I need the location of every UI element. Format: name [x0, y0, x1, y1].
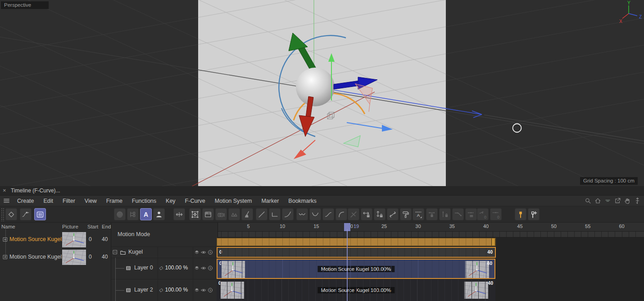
- hand-icon[interactable]: [624, 197, 631, 205]
- summary-end-marker[interactable]: [491, 238, 495, 246]
- playhead-line[interactable]: [347, 229, 348, 301]
- lock-tangent-length-button[interactable]: [374, 208, 385, 220]
- menu-f-curve[interactable]: F-Curve: [185, 198, 205, 204]
- frame-line: [458, 279, 458, 301]
- source-start: 0: [89, 236, 92, 242]
- link-selection-button[interactable]: [153, 208, 165, 220]
- layer-row-2[interactable]: Layer 2 ◇100.00 % S: [111, 279, 218, 301]
- show-hierarchy-button[interactable]: [127, 208, 139, 220]
- frame-line: [288, 279, 289, 301]
- frame-line: [350, 248, 351, 257]
- add-marker-button[interactable]: [515, 208, 526, 220]
- group-name[interactable]: Kugel: [128, 249, 143, 255]
- group-row-kugel[interactable]: Kugel S: [111, 247, 218, 258]
- filter-icon[interactable]: [604, 197, 612, 205]
- fcurve-mode-button[interactable]: [20, 208, 32, 220]
- menu-marker[interactable]: Marker: [261, 198, 279, 204]
- key-mode-button[interactable]: [5, 208, 17, 220]
- popout-icon[interactable]: [614, 197, 621, 205]
- layer-strength[interactable]: ◇100.00 %: [159, 287, 188, 293]
- group-track-bar[interactable]: 0 40: [217, 247, 496, 258]
- mute-keys-button[interactable]: [452, 208, 464, 220]
- solo-icon[interactable]: S: [207, 265, 213, 271]
- close-icon[interactable]: ×: [3, 187, 6, 194]
- layer-name[interactable]: Layer 2: [134, 287, 153, 293]
- frame-tick-row[interactable]: [218, 231, 644, 237]
- lock-tangent-angle-button[interactable]: [361, 208, 372, 220]
- interpolation-step-button[interactable]: [269, 208, 281, 220]
- interpolation-linear-button[interactable]: [256, 208, 268, 220]
- view-label[interactable]: Perspective: [1, 1, 49, 9]
- automatic-mode-button[interactable]: A: [140, 208, 152, 220]
- soft-interpolation-button[interactable]: [336, 208, 347, 220]
- ease-ease-button[interactable]: [296, 208, 308, 220]
- snapshot-button[interactable]: [215, 208, 227, 220]
- add-marker-plus-button[interactable]: [528, 208, 540, 220]
- source-row-2[interactable]: Motion Source Kugel 0 40: [0, 249, 111, 266]
- collapse-icon[interactable]: [113, 250, 118, 255]
- motion-clip-layer0[interactable]: 0 40 Motion Source Kugel 100.00%: [217, 259, 495, 279]
- source-name[interactable]: Motion Source Kugel: [9, 254, 62, 260]
- eye-icon[interactable]: [200, 265, 207, 271]
- eye-icon[interactable]: [200, 249, 207, 255]
- ease-in-button[interactable]: [309, 208, 321, 220]
- menu-view[interactable]: View: [85, 198, 97, 204]
- layers-icon[interactable]: [194, 249, 200, 255]
- layer-strength[interactable]: ◇100.00 %: [159, 265, 188, 271]
- viewport-3d[interactable]: Y X Z Perspective Grid Spacing : 100 cm: [0, 0, 644, 186]
- solo-icon[interactable]: S: [207, 287, 213, 293]
- frame-line: [472, 248, 473, 257]
- layer-name[interactable]: Layer 0: [134, 265, 153, 271]
- auto-tangents-button[interactable]: [387, 208, 399, 220]
- fit-height-icon[interactable]: [634, 197, 641, 205]
- menu-frame[interactable]: Frame: [106, 198, 122, 204]
- auto-snap-button[interactable]: A: [413, 208, 424, 220]
- layers-icon[interactable]: [194, 287, 200, 293]
- source-name[interactable]: Motion Source Kugel: [9, 236, 62, 242]
- motion-mode-button[interactable]: [34, 208, 46, 220]
- lock-key-time-button[interactable]: [426, 208, 438, 220]
- search-icon[interactable]: [584, 197, 592, 205]
- equalize-keys-button[interactable]: [465, 208, 477, 220]
- source-row-1[interactable]: Motion Source Kugel 0 40: [0, 231, 111, 248]
- motion-clip-layer2[interactable]: 0 40 Motion Source Kugel 100.00%: [217, 279, 495, 301]
- frame-line: [323, 248, 323, 257]
- solo-icon[interactable]: S: [207, 249, 213, 255]
- viewport-canvas[interactable]: Y X Z: [0, 0, 644, 186]
- frame-line: [452, 232, 453, 237]
- sphere-object[interactable]: [296, 68, 335, 106]
- frame-line: [309, 238, 310, 246]
- ripple-edit-button[interactable]: [241, 208, 253, 220]
- zero-length-button[interactable]: 0: [490, 208, 502, 220]
- layer-row-0[interactable]: Layer 0 ◇100.00 % S: [111, 258, 218, 279]
- hamburger-icon[interactable]: [3, 197, 10, 205]
- frame-selection-button[interactable]: [202, 208, 214, 220]
- expand-icon[interactable]: [3, 237, 8, 242]
- ease-out-button[interactable]: [322, 208, 334, 220]
- interpolation-spline-button[interactable]: [282, 208, 294, 220]
- menu-edit[interactable]: Edit: [44, 198, 54, 204]
- menu-bookmarks[interactable]: Bookmarks: [288, 198, 317, 204]
- zero-angle-button[interactable]: 0: [477, 208, 489, 220]
- show-spheres-button[interactable]: [114, 208, 126, 220]
- timeline-ruler[interactable]: 5101520253035404550556019: [218, 223, 644, 231]
- layers-icon[interactable]: [194, 265, 200, 271]
- eye-icon[interactable]: [200, 287, 207, 293]
- menu-create[interactable]: Create: [17, 198, 34, 204]
- menu-functions[interactable]: Functions: [132, 198, 156, 204]
- frame-line: [479, 232, 480, 237]
- summary-bar[interactable]: [217, 238, 496, 246]
- menu-key[interactable]: Key: [166, 198, 176, 204]
- home-icon[interactable]: [594, 197, 602, 205]
- break-tangents-button[interactable]: [348, 208, 359, 220]
- region-tool-button[interactable]: [189, 208, 201, 220]
- toolbar-drag-handle[interactable]: [1, 208, 5, 221]
- flatten-tangents-button[interactable]: [400, 208, 412, 220]
- move-scale-clips-button[interactable]: [173, 208, 185, 220]
- expand-icon[interactable]: [3, 255, 8, 260]
- toolbar-group-5: [296, 208, 347, 220]
- menu-filter[interactable]: Filter: [63, 198, 75, 204]
- magnet-button[interactable]: [228, 208, 240, 220]
- lock-key-value-button[interactable]: [439, 208, 451, 220]
- menu-motion-system[interactable]: Motion System: [215, 198, 252, 204]
